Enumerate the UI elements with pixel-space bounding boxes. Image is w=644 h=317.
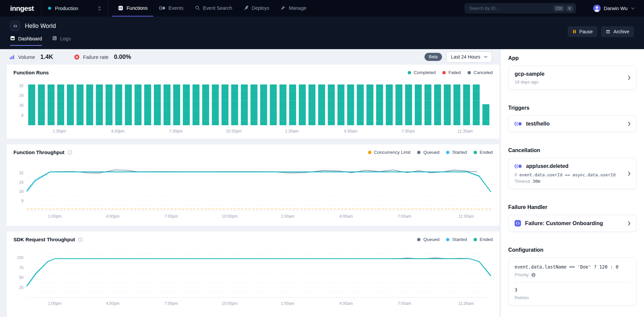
chart-title: Function Throughput — [13, 149, 65, 155]
pause-button[interactable]: Pause — [568, 26, 598, 37]
user-menu[interactable]: Darwin Wu — [593, 5, 635, 12]
legend-item-ended: Ended — [474, 237, 493, 242]
chart-legend: CompletedFailedCanceled — [408, 70, 493, 75]
svg-text:11:30am: 11:30am — [458, 214, 474, 219]
archive-label: Archive — [613, 29, 629, 34]
svg-text:16: 16 — [19, 103, 24, 108]
tab-label: Logs — [60, 36, 71, 41]
nav-tab-functions[interactable]: Functions — [112, 0, 153, 16]
info-icon[interactable] — [68, 150, 72, 155]
tab-label: Manage — [289, 5, 306, 11]
rocket-icon — [244, 5, 249, 10]
svg-text:4:00am: 4:00am — [339, 301, 353, 306]
svg-text:10:00pm: 10:00pm — [222, 301, 238, 306]
info-icon[interactable] — [78, 237, 83, 242]
function-throughput-chart: 32241681:00pm4:00pm7:00pm10:00pm1:00am4:… — [13, 163, 493, 220]
sdk-request-throughput-panel: SDK Request Throughput QueuedStartedEnde… — [7, 232, 499, 317]
condition-label: If — [515, 172, 517, 177]
nav-tab-event-search[interactable]: Event Search — [189, 0, 238, 16]
search-box[interactable]: CtrlK — [465, 3, 576, 13]
failure-handler-heading: Failure Handler — [508, 204, 637, 210]
legend-dot — [446, 238, 449, 241]
svg-text:24: 24 — [19, 180, 24, 185]
legend-item-started: Started — [446, 150, 467, 155]
chevrons-updown-icon — [98, 6, 101, 11]
chart-title: SDK Request Throughput — [13, 237, 75, 242]
priority-label-row: Priority — [515, 272, 630, 277]
svg-text:1:30am: 1:30am — [285, 129, 298, 134]
main-layout: Volume 1.4K Failure rate 0.00% Beta Last… — [0, 49, 644, 317]
search-icon — [195, 5, 200, 10]
priority-label: Priority — [515, 272, 529, 277]
title-row: Hello World — [10, 16, 634, 31]
trigger-row: test/hello — [515, 121, 630, 127]
svg-text:1:00am: 1:00am — [281, 301, 294, 306]
inngest-logo[interactable]: inngest — [0, 0, 41, 16]
cancellation-card[interactable]: app/user.deleted If event.data.userId ==… — [508, 158, 637, 189]
legend-label: Queued — [423, 150, 439, 155]
nav-tab-deploys[interactable]: Deploys — [238, 0, 275, 16]
svg-text:7:00am: 7:00am — [398, 214, 411, 219]
nav-tab-events[interactable]: Events — [153, 0, 189, 16]
svg-text:32: 32 — [19, 83, 24, 88]
panel-head: Function Runs CompletedFailedCanceled — [13, 70, 493, 75]
svg-text:7:30am: 7:30am — [401, 129, 415, 134]
cancellation-heading: Cancellation — [508, 147, 637, 153]
app-card[interactable]: gcp-sample 18 days ago — [508, 66, 637, 90]
chart-legend: QueuedStartedEnded — [417, 237, 493, 242]
svg-text:4:00am: 4:00am — [339, 214, 353, 219]
stats-right: Beta Last 24 Hours — [425, 51, 492, 63]
time-range-dropdown[interactable]: Last 24 Hours — [446, 51, 492, 63]
svg-text:10:30pm: 10:30pm — [226, 129, 242, 134]
volume-bars-icon — [9, 54, 15, 60]
archive-button[interactable]: Archive — [601, 26, 634, 37]
chevron-right-icon — [628, 171, 631, 176]
nav-right: CtrlK Darwin Wu — [465, 0, 644, 16]
svg-text:24: 24 — [19, 93, 24, 98]
cancellation-event: app/user.deleted — [526, 163, 568, 169]
failure-handler-row: Failure: Customer Onboarding — [515, 220, 630, 226]
header-tabs: DashboardLogs — [10, 36, 634, 46]
failure-icon — [74, 54, 80, 60]
logs-icon — [52, 36, 57, 42]
tab-logs[interactable]: Logs — [52, 36, 71, 46]
trigger-card[interactable]: test/hello — [508, 115, 637, 132]
svg-text:8: 8 — [21, 199, 24, 203]
shortcut-key-ctrl: Ctrl — [554, 5, 565, 11]
volume-stat: Volume 1.4K — [9, 54, 53, 61]
legend-dot — [442, 71, 446, 74]
time-range-value: Last 24 Hours — [451, 54, 480, 60]
failure-handler-name: Failure: Customer Onboarding — [525, 220, 603, 226]
function-throughput-panel: Function Throughput Concurrency LimitQue… — [7, 144, 499, 226]
configuration-card: event.data.lastName == 'Doe' ? 120 : 0 P… — [508, 257, 637, 306]
legend-dot — [417, 238, 420, 241]
svg-text:1:00pm: 1:00pm — [48, 214, 62, 219]
app-heading: App — [508, 55, 637, 61]
tab-label: Events — [168, 5, 183, 11]
top-nav: inngest Production FunctionsEventsEvent … — [0, 0, 644, 16]
pause-label: Pause — [579, 29, 593, 34]
info-filled-icon[interactable] — [531, 273, 536, 277]
environment-selector[interactable]: Production — [41, 0, 108, 16]
function-code-icon — [515, 220, 521, 226]
timeout-label: Timeout — [515, 179, 530, 184]
search-input[interactable] — [469, 5, 551, 11]
svg-text:75: 75 — [19, 266, 24, 270]
legend-item-concurrency-limit: Concurrency Limit — [368, 150, 411, 155]
legend-label: Completed — [414, 70, 436, 75]
legend-item-queued: Queued — [417, 150, 439, 155]
dashboard-icon — [10, 36, 15, 42]
functions-icon — [118, 5, 123, 11]
legend-label: Canceled — [474, 70, 493, 75]
svg-text:16: 16 — [19, 189, 24, 194]
failure-handler-section: Failure Handler Failure: Customer Onboar… — [508, 204, 637, 232]
legend-label: Failed — [448, 70, 461, 75]
wrench-icon — [281, 5, 286, 10]
failure-handler-card[interactable]: Failure: Customer Onboarding — [508, 215, 637, 232]
tab-dashboard[interactable]: Dashboard — [10, 36, 42, 46]
svg-text:7:00pm: 7:00pm — [164, 214, 178, 219]
nav-tab-manage[interactable]: Manage — [275, 0, 312, 16]
panel-head: SDK Request Throughput QueuedStartedEnde… — [13, 237, 493, 242]
svg-text:50: 50 — [19, 275, 24, 280]
legend-item-queued: Queued — [417, 237, 439, 242]
